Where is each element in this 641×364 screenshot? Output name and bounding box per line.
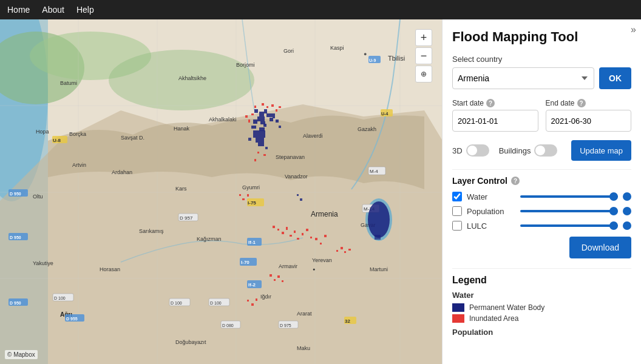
svg-rect-103 (276, 120, 279, 123)
svg-text:Gazakh: Gazakh (358, 126, 376, 132)
svg-text:32: 32 (345, 318, 350, 324)
svg-text:Yakutiye: Yakutiye (33, 260, 53, 266)
svg-text:If-1: If-1 (248, 240, 256, 245)
layer-control-header: Layer Control ? (452, 176, 631, 186)
layer-slider-lulc[interactable] (520, 224, 618, 227)
legend-item-inundated: Inundated Area (452, 314, 631, 323)
svg-text:Yerevan: Yerevan (312, 257, 332, 263)
country-label: Select country (452, 55, 631, 64)
svg-text:Maku: Maku (297, 345, 310, 351)
svg-rect-110 (265, 147, 268, 149)
map-controls: + − ⊕ (415, 29, 432, 83)
layer-slider-population[interactable] (520, 210, 618, 212)
svg-text:D 950: D 950 (10, 235, 21, 240)
svg-rect-106 (256, 138, 264, 143)
ok-button[interactable]: OK (599, 67, 631, 89)
svg-text:D 100: D 100 (210, 301, 222, 305)
svg-rect-127 (282, 232, 284, 234)
start-date-help-icon[interactable]: ? (486, 99, 495, 107)
svg-rect-134 (310, 237, 312, 238)
svg-text:Armavir: Armavir (279, 263, 297, 269)
svg-text:Gori: Gori (283, 48, 294, 54)
layer-checkbox-water[interactable] (452, 192, 462, 201)
svg-rect-149 (239, 194, 241, 196)
compass-button[interactable]: ⊕ (415, 66, 432, 83)
svg-text:●: ● (364, 51, 367, 57)
country-select[interactable]: Armenia Georgia Azerbaijan Turkey (452, 67, 594, 89)
svg-text:Hopa: Hopa (36, 129, 49, 135)
svg-rect-135 (315, 238, 317, 240)
svg-text:I-75: I-75 (248, 200, 256, 206)
svg-rect-117 (262, 103, 264, 106)
download-button[interactable]: Download (569, 237, 631, 258)
svg-text:D 955: D 955 (66, 317, 78, 321)
svg-text:●: ● (313, 267, 315, 271)
svg-rect-124 (254, 159, 256, 161)
legend-color-permanent-water (452, 303, 464, 312)
svg-text:Kağızman: Kağızman (197, 236, 222, 242)
divider-1 (452, 169, 631, 170)
svg-text:Borçka: Borçka (69, 131, 86, 137)
toggle-3d-switch[interactable] (466, 144, 489, 157)
update-map-button[interactable]: Update map (571, 140, 631, 161)
svg-text:Kaspi: Kaspi (330, 45, 344, 51)
svg-rect-144 (277, 275, 280, 278)
svg-rect-143 (274, 279, 276, 281)
svg-text:D 100: D 100 (54, 296, 66, 300)
nav-home[interactable]: Home (7, 5, 30, 15)
svg-text:U-4: U-4 (381, 112, 388, 116)
navbar: Home About Help (0, 0, 641, 19)
svg-rect-100 (263, 124, 266, 127)
svg-rect-128 (286, 227, 288, 230)
layer-row-water: Water (452, 192, 631, 201)
svg-rect-98 (253, 120, 257, 124)
svg-text:Gyumri: Gyumri (242, 184, 260, 190)
nav-about[interactable]: About (42, 5, 64, 15)
main-layout: Tbilisi ● Batumi Akhaltsikhe Borjomi Gor… (0, 19, 641, 364)
toggle-buildings-switch[interactable] (534, 144, 557, 157)
zoom-in-button[interactable]: + (415, 29, 432, 46)
svg-rect-145 (282, 280, 283, 282)
svg-rect-130 (294, 231, 296, 233)
svg-rect-146 (247, 300, 249, 302)
layer-checkbox-lulc[interactable] (452, 221, 462, 231)
svg-rect-147 (251, 303, 254, 306)
svg-text:Armenia: Armenia (311, 210, 338, 218)
zoom-out-button[interactable]: − (415, 47, 432, 64)
layer-row-lulc: LULC (452, 221, 631, 231)
svg-text:If-2: If-2 (248, 282, 256, 288)
map-attribution: © Mapbox (5, 350, 38, 359)
svg-text:Kars: Kars (175, 186, 187, 192)
layer-checkbox-population[interactable] (452, 206, 462, 216)
svg-rect-142 (270, 274, 272, 277)
map-area[interactable]: Tbilisi ● Batumi Akhaltsikhe Borjomi Gor… (0, 19, 442, 364)
layer-name-population: Population (467, 207, 515, 216)
end-date-input[interactable] (546, 110, 632, 132)
svg-rect-119 (271, 104, 274, 107)
svg-text:D 957: D 957 (180, 215, 193, 221)
nav-help[interactable]: Help (76, 5, 94, 15)
svg-rect-125 (273, 226, 275, 228)
legend-title: Legend (452, 275, 631, 286)
layer-lulc-dot (623, 221, 631, 230)
svg-rect-151 (247, 194, 249, 197)
svg-rect-138 (336, 250, 338, 252)
svg-text:Ardahan: Ardahan (112, 169, 132, 175)
layer-control-help-icon[interactable]: ? (511, 177, 520, 185)
svg-text:D 950: D 950 (10, 301, 21, 305)
legend-label-inundated: Inundated Area (469, 314, 518, 323)
layer-name-water: Water (467, 192, 515, 201)
layer-population-dot (623, 207, 631, 215)
layer-slider-water[interactable] (520, 195, 618, 198)
svg-text:Stepanavan: Stepanavan (276, 154, 305, 160)
end-date-help-icon[interactable]: ? (577, 99, 586, 107)
legend-water-title: Water (452, 291, 631, 300)
svg-rect-126 (277, 229, 279, 231)
end-date-group: End date ? (546, 99, 632, 132)
svg-rect-148 (256, 298, 257, 301)
svg-rect-101 (273, 113, 275, 118)
layer-row-population: Population (452, 206, 631, 216)
collapse-panel-button[interactable]: » (631, 24, 636, 35)
start-date-input[interactable] (452, 110, 538, 132)
svg-text:Alaverdi: Alaverdi (303, 133, 323, 139)
